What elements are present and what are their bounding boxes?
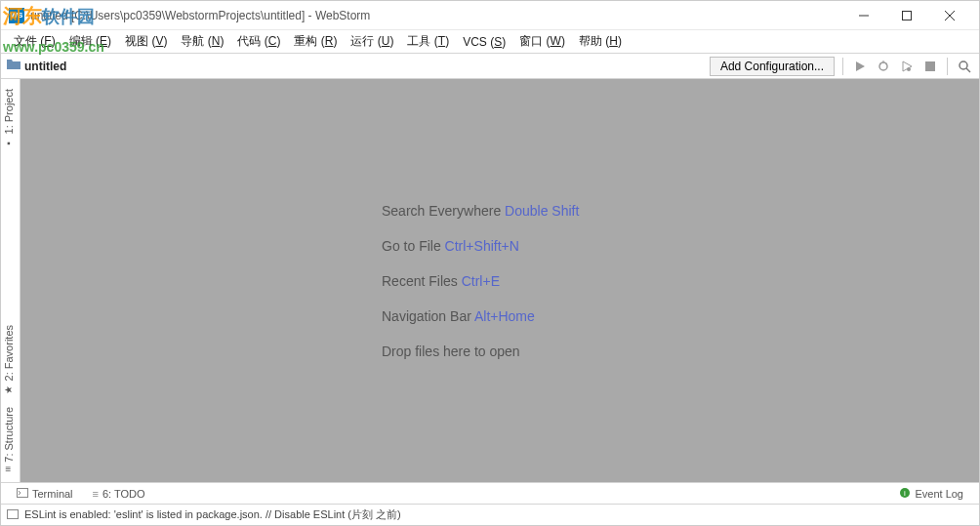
svg-text:i: i — [905, 489, 907, 498]
hint-recent-files: Recent Files Ctrl+E — [382, 273, 579, 289]
main-area: ▪ 1: Project ★ 2: Favorites ≡ 7: Structu… — [1, 79, 979, 482]
stop-icon[interactable] — [921, 58, 939, 75]
folder-icon — [7, 59, 20, 73]
minimize-button[interactable] — [842, 2, 885, 29]
tool-tab-todo[interactable]: ≡ 6: TODO — [83, 488, 155, 500]
menu-code[interactable]: 代码 (C) — [230, 31, 287, 52]
app-icon: WS — [9, 8, 24, 23]
hint-navigation-bar: Navigation Bar Alt+Home — [382, 308, 579, 324]
menu-navigate[interactable]: 导航 (N) — [174, 31, 230, 52]
tool-tab-structure[interactable]: ≡ 7: Structure — [1, 401, 17, 478]
menu-run[interactable]: 运行 (U) — [344, 31, 400, 52]
svg-rect-1 — [903, 11, 912, 20]
svg-rect-15 — [8, 509, 19, 518]
svg-rect-9 — [925, 61, 935, 71]
window-controls — [842, 2, 971, 29]
divider — [947, 58, 948, 75]
add-configuration-button[interactable]: Add Configuration... — [710, 57, 835, 76]
run-with-coverage-icon[interactable] — [898, 58, 916, 75]
star-icon: ★ — [4, 384, 15, 395]
structure-icon: ≡ — [6, 465, 12, 475]
menu-bar: 文件 (F) 编辑 (E) 视图 (V) 导航 (N) 代码 (C) 重构 (R… — [1, 30, 979, 54]
editor-hints: Search Everywhere Double Shift Go to Fil… — [382, 203, 579, 359]
hint-search-everywhere: Search Everywhere Double Shift — [382, 203, 579, 219]
svg-point-8 — [907, 67, 911, 71]
status-bar: ESLint is enabled: 'eslint' is listed in… — [1, 504, 979, 525]
tool-tab-project[interactable]: ▪ 1: Project — [1, 83, 17, 154]
menu-edit[interactable]: 编辑 (E) — [62, 31, 118, 52]
svg-point-10 — [960, 61, 967, 69]
tool-tab-event-log[interactable]: i Event Log — [889, 487, 973, 501]
navigation-bar: untitled Add Configuration... — [1, 54, 979, 79]
menu-vcs[interactable]: VCS (S) — [456, 33, 512, 51]
menu-refactor[interactable]: 重构 (R) — [287, 31, 344, 52]
svg-rect-12 — [18, 488, 28, 497]
tool-tab-terminal[interactable]: Terminal — [7, 488, 83, 500]
svg-line-11 — [966, 68, 970, 72]
menu-file[interactable]: 文件 (F) — [7, 31, 62, 52]
tool-tab-favorites[interactable]: ★ 2: Favorites — [1, 319, 17, 401]
menu-help[interactable]: 帮助 (H) — [572, 31, 629, 52]
terminal-icon — [17, 488, 28, 500]
status-message[interactable]: ESLint is enabled: 'eslint' is listed in… — [24, 507, 401, 522]
editor-empty-area[interactable]: Search Everywhere Double Shift Go to Fil… — [20, 79, 979, 482]
project-icon: ▪ — [4, 138, 15, 148]
hint-drop-files: Drop files here to open — [382, 344, 579, 359]
menu-view[interactable]: 视图 (V) — [118, 31, 174, 52]
divider — [842, 58, 843, 75]
maximize-button[interactable] — [885, 2, 928, 29]
search-icon[interactable] — [956, 58, 973, 75]
event-log-icon: i — [899, 487, 911, 501]
bottom-tool-window-bar: Terminal ≡ 6: TODO i Event Log — [1, 482, 979, 504]
breadcrumb[interactable]: untitled — [24, 60, 66, 73]
hint-go-to-file: Go to File Ctrl+Shift+N — [382, 238, 579, 254]
menu-window[interactable]: 窗口 (W) — [512, 31, 572, 52]
menu-tools[interactable]: 工具 (T) — [400, 31, 456, 52]
close-button[interactable] — [928, 2, 971, 29]
status-icon[interactable] — [7, 509, 19, 521]
todo-icon: ≡ — [93, 488, 99, 500]
window-title: untitled [C:\Users\pc0359\WebstormProjec… — [30, 9, 842, 22]
title-bar: WS untitled [C:\Users\pc0359\WebstormPro… — [1, 1, 979, 30]
debug-icon[interactable] — [875, 58, 892, 75]
run-icon[interactable] — [851, 58, 869, 75]
left-tool-window-bar: ▪ 1: Project ★ 2: Favorites ≡ 7: Structu… — [1, 79, 20, 482]
